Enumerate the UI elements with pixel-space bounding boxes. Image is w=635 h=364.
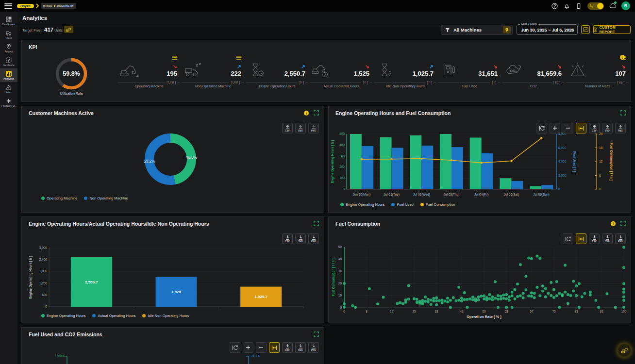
online-status-dot <box>614 1 617 4</box>
target-fleet-unit: Units <box>54 28 63 33</box>
kpi-idle-non-operating-hours: 1,025.7 [ h ] Idle Non Operating Hours <box>373 55 437 100</box>
export-csv-button[interactable]: CSV <box>282 233 293 244</box>
export-csv-button[interactable]: CSV <box>589 123 600 133</box>
sidebar-item-fleet[interactable]: Fleet <box>0 28 17 41</box>
project-icon <box>6 44 12 50</box>
machine-location-button[interactable] <box>503 26 511 33</box>
svg-text:4,000: 4,000 <box>558 160 567 163</box>
export-svg-button[interactable]: SVG <box>602 233 613 244</box>
svg-text:92: 92 <box>600 310 603 313</box>
export-svg-button[interactable]: SVG <box>295 233 306 244</box>
export-png-button[interactable]: PNG <box>308 123 319 133</box>
notifications-bell-icon[interactable] <box>563 2 570 9</box>
svg-text:400: 400 <box>339 143 345 147</box>
user-avatar[interactable]: B <box>621 1 630 10</box>
reset-zoom-button[interactable] <box>230 342 240 353</box>
pan-zoom-button[interactable] <box>576 233 586 244</box>
svg-text:Jul 03(Thu): Jul 03(Thu) <box>444 193 460 197</box>
export-svg-button[interactable]: SVG <box>295 123 306 133</box>
excavator-clock-icon <box>311 62 332 78</box>
export-png-button[interactable]: PNG <box>615 123 626 133</box>
pan-zoom-button[interactable] <box>269 342 280 353</box>
sidebar-item-alert[interactable]: Alert <box>0 82 17 96</box>
chart-image-icon <box>583 27 588 32</box>
toggle-knob <box>597 3 603 9</box>
kpi-menu-icon[interactable] <box>236 56 241 60</box>
brand-logo[interactable]: Dayka MINDSMACHINERY <box>17 3 76 9</box>
export-svg-button[interactable]: SVG <box>602 123 613 133</box>
kpi-divider: [ l ] <box>438 82 501 83</box>
kpi-menu-icon[interactable] <box>172 56 177 60</box>
trend-arrow-icon <box>237 65 241 69</box>
excavator-fab-icon <box>621 347 628 353</box>
sidebar-item-project[interactable]: Project <box>0 41 17 55</box>
kpi-unit: [ l ] <box>490 81 498 84</box>
kpi-divider: [ kg ] <box>502 82 565 83</box>
svg-text:6,000: 6,000 <box>558 146 567 149</box>
excavator-mini-icon <box>66 27 72 32</box>
date-range-picker[interactable]: Last 7 Days Jun 30, 2025 ~ Jul 6, 2025 <box>517 24 578 35</box>
legend-item[interactable]: Actual Operating Hours <box>92 314 135 318</box>
mobile-device-icon[interactable] <box>575 2 582 9</box>
svg-text:17: 17 <box>390 310 394 313</box>
kpi-value: 81,659.6 <box>537 70 562 77</box>
sidebar-item-analytics[interactable]: Analytics <box>0 68 17 82</box>
svg-text:0: 0 <box>558 187 560 191</box>
zoom-out-button[interactable] <box>256 342 267 353</box>
kpi-value: 222 <box>231 70 241 77</box>
reset-zoom-button[interactable] <box>563 233 573 244</box>
warning-triangle-icon <box>568 62 588 78</box>
legend-item[interactable]: Non Operating Machine <box>84 196 128 200</box>
hamburger-menu-icon[interactable] <box>4 2 12 10</box>
sidebar-item-premium[interactable]: Premium D.. <box>0 96 17 109</box>
legend-item[interactable]: Engine Operating Hours <box>41 314 85 318</box>
export-csv-button[interactable]: CSV <box>589 233 600 244</box>
co2-cloud-icon <box>503 62 524 78</box>
target-fleet-label: Target Fleet <box>22 28 42 33</box>
customer-machines-active-panel: Customer Machines Active CSV SVG PNG 46.… <box>21 106 324 213</box>
legend-item[interactable]: Idle Non Operating Hours <box>142 314 189 318</box>
export-png-button[interactable]: PNG <box>615 233 626 244</box>
zoom-in-button[interactable] <box>243 342 253 353</box>
legend-item[interactable]: Engine Operating Hours <box>340 202 384 207</box>
machine-filter[interactable]: All Machines <box>441 25 513 35</box>
target-fleet-value: 417 <box>44 27 53 33</box>
kpi-menu-icon[interactable] <box>621 56 626 60</box>
reset-zoom-button[interactable] <box>536 123 547 133</box>
panel-title: KPI <box>29 44 37 50</box>
legend-item[interactable]: Operating Machine <box>41 196 77 200</box>
map-pin-icon <box>505 28 509 33</box>
svg-text:6: 6 <box>599 174 601 177</box>
export-csv-button[interactable]: CSV <box>282 342 293 353</box>
custom-report-button[interactable]: CUSTOM REPORT <box>593 25 631 34</box>
svg-text:1,525: 1,525 <box>171 290 182 294</box>
sidebar-item-dashboard[interactable]: Dashboard <box>0 14 17 28</box>
kpi-value: 107 <box>615 70 626 77</box>
svg-text:46.8%: 46.8% <box>185 155 198 160</box>
fleet-icon <box>6 30 12 36</box>
export-csv-button[interactable]: CSV <box>282 123 293 133</box>
svg-text:8: 8 <box>366 310 368 313</box>
bar-chart: 06001,2001,8002,4003,0002,550.71,5251,02… <box>22 217 325 324</box>
chart-report-button[interactable] <box>581 25 590 34</box>
export-png-button[interactable]: PNG <box>308 342 319 353</box>
kpi-unit: [ Unit ] <box>229 81 241 84</box>
export-png-button[interactable]: PNG <box>308 233 319 244</box>
fleet-machine-button[interactable] <box>64 26 73 33</box>
svg-text:300: 300 <box>339 154 345 158</box>
zoom-in-button[interactable] <box>550 123 560 133</box>
zoom-out-button[interactable] <box>563 123 573 133</box>
legend-item[interactable]: Fuel Used <box>391 202 413 207</box>
machine-assistant-fab[interactable] <box>617 343 632 358</box>
svg-text:Jul 04(Fri): Jul 04(Fri) <box>474 193 488 197</box>
cloud-sync-icon[interactable] <box>609 2 616 9</box>
svg-text:Jul 06(Sun): Jul 06(Sun) <box>534 193 550 197</box>
phone-connect-toggle[interactable] <box>587 2 604 10</box>
legend-item[interactable]: Fuel Consumption <box>420 202 455 207</box>
export-svg-button[interactable]: SVG <box>295 342 306 353</box>
pan-zoom-button[interactable] <box>576 123 586 133</box>
sidebar-item-geofence[interactable]: Geofence <box>0 55 17 68</box>
kpi-panel: KPI 59.8% Utilization Rate 195 [ Unit ] … <box>21 40 631 102</box>
kpi-label: CO2 <box>501 84 566 88</box>
help-icon[interactable] <box>551 2 558 9</box>
